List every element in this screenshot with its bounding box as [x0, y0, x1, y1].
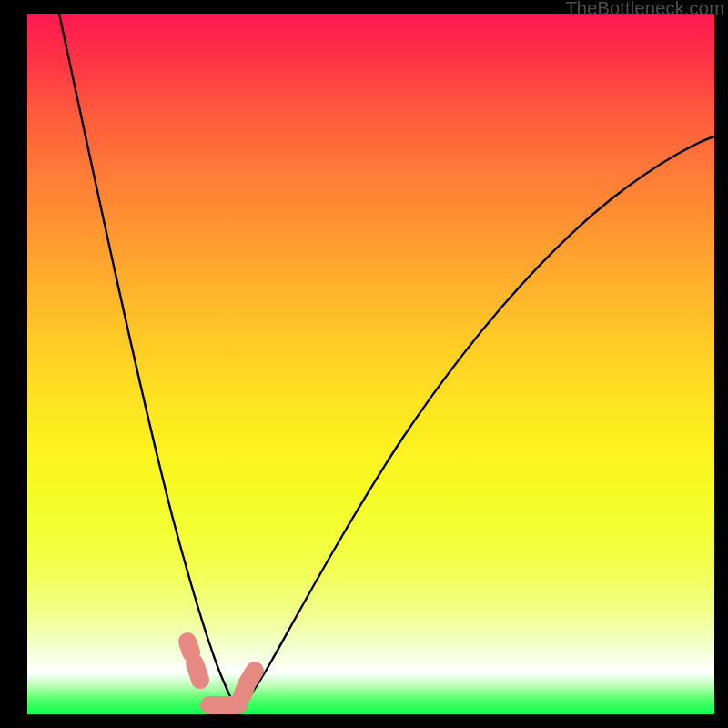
marker-left-upper: [187, 642, 191, 652]
watermark-text: TheBottleneck.com: [565, 0, 724, 19]
chart-frame: [27, 14, 714, 714]
curve-right-branch: [238, 136, 714, 711]
marker-left-lower: [195, 663, 200, 680]
marker-right-lower: [242, 687, 246, 696]
curve-left-branch: [59, 14, 238, 711]
chart-svg: [27, 14, 714, 714]
